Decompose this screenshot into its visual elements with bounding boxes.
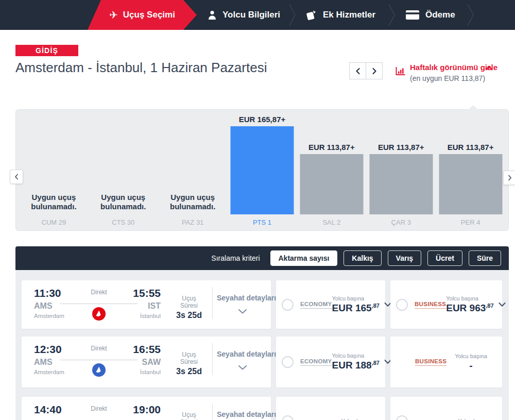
day-column-car3[interactable]: EUR 113,87+ ÇAR 3 xyxy=(366,110,436,230)
chart-scroll-right-button[interactable] xyxy=(503,171,515,185)
sort-option-departure[interactable]: Kalkış xyxy=(344,250,381,266)
step-flight-selection[interactable]: ✈ Uçuş Seçimi xyxy=(88,0,197,30)
flight-info-card: 14:40 Direkt 19:00 Uçuş Süresi Seyahat d… xyxy=(22,397,271,420)
chevron-left-icon xyxy=(355,68,360,75)
plane-icon: ✈ xyxy=(109,10,118,20)
trip-details-toggle[interactable]: Seyahat detayları xyxy=(217,294,268,316)
step-label: Uçuş Seçimi xyxy=(123,10,175,20)
sort-option-transfer-count[interactable]: Aktarma sayısı xyxy=(270,250,338,266)
arrival-airport-code: SAW xyxy=(117,358,161,367)
chevron-left-icon xyxy=(14,174,19,180)
trip-details-label: Seyahat detayları xyxy=(217,410,268,418)
duration-label: Uçuş Süresi xyxy=(174,295,204,309)
chart-scroll-left-button[interactable] xyxy=(10,170,23,184)
day-label: SAL 2 xyxy=(322,219,340,226)
departure-airport-code: AMS xyxy=(34,301,64,311)
economy-fare-card[interactable]: Yolcu başına xyxy=(276,397,385,420)
day-column-cum29[interactable]: Uygun uçuş bulunamadı. CUM 29 xyxy=(19,110,89,230)
tag-icon xyxy=(305,9,317,21)
day-label: ÇAR 3 xyxy=(391,219,411,226)
flight-row: 12:30 AMS Amsterdam Direkt 16:55 SAW İst… xyxy=(15,337,509,388)
business-fare-card-unavailable: BUSINESS Yolcu başına - xyxy=(390,337,502,388)
day-column-cts30[interactable]: Uygun uçuş bulunamadı. CTS 30 xyxy=(89,110,158,230)
economy-radio[interactable] xyxy=(282,415,294,420)
per-passenger-label: Yolcu başına xyxy=(458,418,490,420)
duration-block: Uçuş Süresi xyxy=(174,411,204,420)
duration-label: Uçuş Süresi xyxy=(174,351,204,365)
fare-price: - xyxy=(455,360,487,372)
business-fare-card[interactable]: Yolcu başına xyxy=(390,397,502,420)
direction-badge: GİDİŞ xyxy=(15,45,78,56)
divider xyxy=(212,404,213,420)
next-day-button[interactable] xyxy=(366,63,382,79)
price-label: EUR 113,87+ xyxy=(448,143,494,152)
sort-label: Sıralama kriteri xyxy=(211,254,260,262)
economy-fare-card[interactable]: ECONOMY Yolcu başına EUR 188,87 xyxy=(276,337,385,388)
panel-notch xyxy=(468,105,478,110)
day-label: CTS 30 xyxy=(112,219,134,226)
cabin-label: ECONOMY xyxy=(300,301,332,309)
trip-details-toggle[interactable]: Seyahat detayları xyxy=(217,410,268,418)
day-column-sal2[interactable]: EUR 113,87+ SAL 2 xyxy=(297,110,366,230)
economy-radio[interactable] xyxy=(282,299,294,311)
sort-option-duration[interactable]: Süre xyxy=(469,250,501,266)
step-label: Ödeme xyxy=(425,10,455,20)
price-bar[interactable] xyxy=(300,154,363,214)
step-extra-services[interactable]: Ek Hizmetler xyxy=(305,0,375,30)
day-label: PAZ 31 xyxy=(182,219,203,226)
chevron-right-icon xyxy=(508,175,512,181)
price-block: Yolcu başına - xyxy=(455,353,487,372)
departure-time: 12:30 xyxy=(34,343,64,356)
economy-radio[interactable] xyxy=(282,356,294,368)
price-block: Yolcu başına EUR 188,87 xyxy=(332,352,380,371)
chevron-up-icon[interactable] xyxy=(485,65,493,71)
departure-airport-code: AMS xyxy=(34,358,64,367)
turkish-airlines-logo xyxy=(92,307,106,321)
price-label: EUR 165,87+ xyxy=(239,115,285,124)
no-flight-text: Uygun uçuş bulunamadı. xyxy=(93,193,153,212)
day-column-paz31[interactable]: Uygun uçuş bulunamadı. PAZ 31 xyxy=(158,110,228,230)
weekly-price-chart: Uygun uçuş bulunamadı. CUM 29 Uygun uçuş… xyxy=(15,109,509,231)
bar-chart-icon xyxy=(396,66,406,76)
price-bar[interactable] xyxy=(439,154,502,214)
business-fare-card[interactable]: BUSINESS Yolcu başına EUR 963,87 xyxy=(390,280,502,329)
page-title: Amsterdam - İstanbul, 1 Haziran Pazartes… xyxy=(15,60,267,76)
departure-time: 11:30 xyxy=(34,287,64,299)
day-column-per4[interactable]: EUR 113,87+ PER 4 xyxy=(436,110,505,230)
booking-steps-navbar: ✈ Uçuş Seçimi Yolcu Bilgileri Ek Hizmetl… xyxy=(0,0,515,30)
business-radio[interactable] xyxy=(396,299,408,311)
trip-details-toggle[interactable]: Seyahat detayları xyxy=(217,350,268,372)
no-flight-text: Uygun uçuş bulunamadı. xyxy=(24,193,83,212)
departure-block: 12:30 AMS Amsterdam xyxy=(34,343,64,375)
step-passenger-info[interactable]: Yolcu Bilgileri xyxy=(208,0,280,30)
weekly-view-toggle[interactable]: Haftalık görünümü gizle xyxy=(410,63,497,72)
chevron-down-icon[interactable] xyxy=(499,303,506,307)
chevron-down-icon xyxy=(238,309,247,314)
sort-bar: Sıralama kriteri Aktarma sayısı Kalkış V… xyxy=(15,246,509,270)
departure-time: 14:40 xyxy=(34,404,62,416)
step-payment[interactable]: Ödeme xyxy=(406,0,455,30)
fare-price: EUR 188,87 xyxy=(332,360,380,371)
divider xyxy=(212,287,213,319)
price-bar[interactable] xyxy=(231,126,294,214)
date-pager xyxy=(349,62,383,79)
per-passenger-label: Yolcu başına xyxy=(332,352,380,359)
price-label: EUR 113,87+ xyxy=(378,143,424,152)
economy-fare-card[interactable]: ECONOMY Yolcu başına EUR 165,87 xyxy=(276,280,385,329)
departure-block: 11:30 AMS Amsterdam xyxy=(34,287,64,319)
day-column-pts1-selected[interactable]: EUR 165,87+ PTS 1 xyxy=(228,110,297,230)
day-label: PER 4 xyxy=(461,219,480,226)
sort-option-arrival[interactable]: Varış xyxy=(388,250,421,266)
sort-option-price[interactable]: Ücret xyxy=(427,250,462,266)
arrival-time: 19:00 xyxy=(117,404,161,416)
flight-row: 11:30 AMS Amsterdam Direkt 15:55 IST İst… xyxy=(15,280,509,329)
arrival-city: İstanbul xyxy=(117,313,161,319)
arrival-time: 15:55 xyxy=(117,287,161,299)
previous-day-button[interactable] xyxy=(350,63,366,79)
price-label: EUR 113,87+ xyxy=(308,143,355,152)
no-flight-text: Uygun uçuş bulunamadı. xyxy=(163,193,222,212)
per-passenger-label: Yolcu başına xyxy=(341,418,373,420)
price-bar[interactable] xyxy=(369,154,433,214)
trip-details-label: Seyahat detayları xyxy=(217,350,268,358)
business-radio[interactable] xyxy=(396,415,408,420)
